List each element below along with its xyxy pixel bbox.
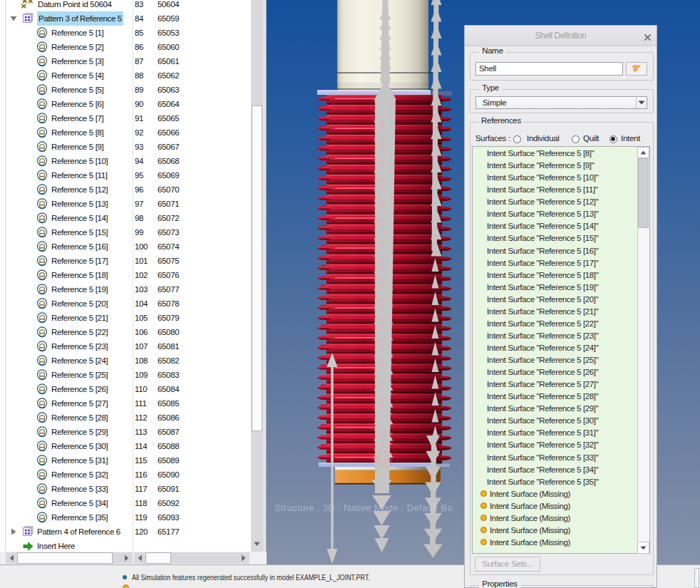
svg-text:Structure : 3D : Native Mode :: Structure : 3D : Native Mode : Default B…	[274, 502, 453, 513]
